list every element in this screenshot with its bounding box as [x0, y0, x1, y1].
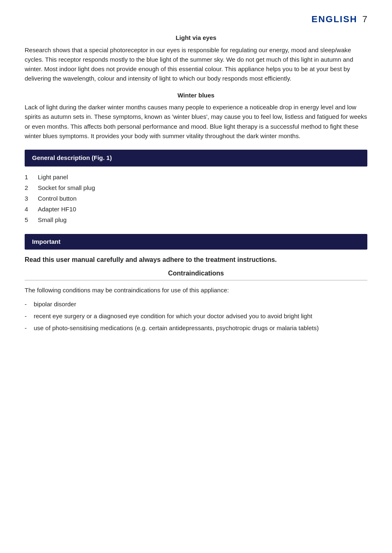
page-header: ENGLISH 7: [25, 12, 367, 26]
list-item-num: 5: [25, 215, 32, 225]
list-item: -bipolar disorder: [25, 299, 367, 309]
list-item-text: Control button: [38, 194, 76, 204]
bullet-dash: -: [25, 299, 30, 309]
list-item: 4Adapter HF10: [25, 204, 367, 214]
list-item: -recent eye surgery or a diagnosed eye c…: [25, 311, 367, 321]
important-callout: Read this user manual carefully and alwa…: [25, 255, 367, 264]
list-item: 1Light panel: [25, 172, 367, 182]
bullet-dash: -: [25, 323, 30, 333]
list-item-num: 2: [25, 183, 32, 193]
bullet-text: bipolar disorder: [34, 299, 367, 309]
light-via-eyes-section: Light via eyes Research shows that a spe…: [25, 33, 367, 83]
bullet-text: recent eye surgery or a diagnosed eye co…: [34, 311, 367, 321]
winter-blues-heading: Winter blues: [25, 91, 367, 100]
list-item-num: 3: [25, 194, 32, 204]
list-item: 2Socket for small plug: [25, 183, 367, 193]
bullet-text: use of photo-sensitising medications (e.…: [34, 323, 367, 333]
list-item: -use of photo-sensitising medications (e…: [25, 323, 367, 333]
contraindications-list: -bipolar disorder-recent eye surgery or …: [25, 299, 367, 333]
general-description-band: General description (Fig. 1): [25, 150, 367, 167]
list-item-text: Light panel: [38, 172, 68, 182]
light-via-eyes-body: Research shows that a special photorecep…: [25, 45, 367, 83]
winter-blues-body: Lack of light during the darker winter m…: [25, 102, 367, 141]
list-item-num: 4: [25, 204, 32, 214]
contraindications-intro: The following conditions may be contrain…: [25, 285, 367, 295]
list-item: 5Small plug: [25, 215, 367, 225]
important-band-label: Important: [32, 238, 60, 245]
page-number: 7: [362, 12, 367, 26]
general-description-list: 1Light panel2Socket for small plug3Contr…: [25, 172, 367, 225]
bullet-dash: -: [25, 311, 30, 321]
list-item-text: Adapter HF10: [38, 204, 76, 214]
general-description-band-label: General description (Fig. 1): [32, 154, 112, 161]
list-item-text: Small plug: [38, 215, 67, 225]
contraindications-divider: [25, 280, 367, 280]
list-item-num: 1: [25, 172, 32, 182]
important-band: Important: [25, 234, 367, 250]
language-label: ENGLISH: [311, 12, 357, 26]
light-via-eyes-heading: Light via eyes: [25, 33, 367, 43]
winter-blues-section: Winter blues Lack of light during the da…: [25, 91, 367, 141]
list-item: 3Control button: [25, 194, 367, 204]
list-item-text: Socket for small plug: [38, 183, 95, 193]
contraindications-heading: Contraindications: [25, 268, 367, 278]
